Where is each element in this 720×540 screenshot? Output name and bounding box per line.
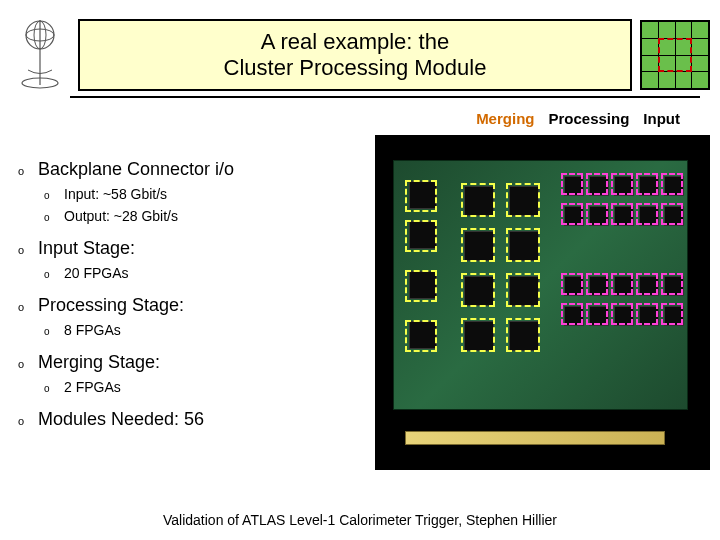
heading-text: Modules Needed: 56: [38, 409, 370, 430]
heading-text: Input Stage:: [38, 238, 370, 259]
bullet-icon: o: [10, 301, 38, 313]
footer-text: Validation of ATLAS Level-1 Calorimeter …: [0, 512, 720, 528]
board-photo: [375, 135, 710, 470]
section-input-stage: o Input Stage:: [10, 238, 370, 259]
subitem-text: 20 FPGAs: [64, 265, 370, 281]
label-processing: Processing: [548, 110, 629, 127]
slide-title: A real example: the Cluster Processing M…: [78, 19, 632, 92]
heading-text: Processing Stage:: [38, 295, 370, 316]
section-processing-stage: o Processing Stage:: [10, 295, 370, 316]
bullet-icon: o: [10, 244, 38, 256]
header: A real example: the Cluster Processing M…: [10, 10, 710, 100]
bullet-icon: o: [10, 269, 64, 280]
label-merging: Merging: [476, 110, 534, 127]
list-item: o Input: ~58 Gbit/s: [10, 186, 370, 202]
bullet-icon: o: [10, 358, 38, 370]
subitem-text: Output: ~28 Gbit/s: [64, 208, 370, 224]
section-modules-needed: o Modules Needed: 56: [10, 409, 370, 430]
bullet-icon: o: [10, 383, 64, 394]
grid-logo-icon: [640, 20, 710, 90]
subitem-text: 8 FPGAs: [64, 322, 370, 338]
region-labels: Merging Processing Input: [476, 110, 680, 127]
bullet-icon: o: [10, 326, 64, 337]
bullet-icon: o: [10, 165, 38, 177]
title-line-1: A real example: the: [261, 29, 449, 54]
section-backplane: o Backplane Connector i/o: [10, 159, 370, 180]
list-item: o 20 FPGAs: [10, 265, 370, 281]
bullet-list: o Backplane Connector i/o o Input: ~58 G…: [10, 145, 370, 436]
list-item: o 2 FPGAs: [10, 379, 370, 395]
atlas-logo-icon: [10, 15, 70, 95]
bullet-icon: o: [10, 212, 64, 223]
bullet-icon: o: [10, 415, 38, 427]
title-line-2: Cluster Processing Module: [224, 55, 487, 80]
list-item: o Output: ~28 Gbit/s: [10, 208, 370, 224]
divider: [70, 96, 700, 98]
label-input: Input: [643, 110, 680, 127]
section-merging-stage: o Merging Stage:: [10, 352, 370, 373]
heading-text: Backplane Connector i/o: [38, 159, 370, 180]
subitem-text: 2 FPGAs: [64, 379, 370, 395]
subitem-text: Input: ~58 Gbit/s: [64, 186, 370, 202]
ruler-icon: [405, 431, 665, 445]
pcb-board: [393, 160, 688, 410]
heading-text: Merging Stage:: [38, 352, 370, 373]
list-item: o 8 FPGAs: [10, 322, 370, 338]
bullet-icon: o: [10, 190, 64, 201]
